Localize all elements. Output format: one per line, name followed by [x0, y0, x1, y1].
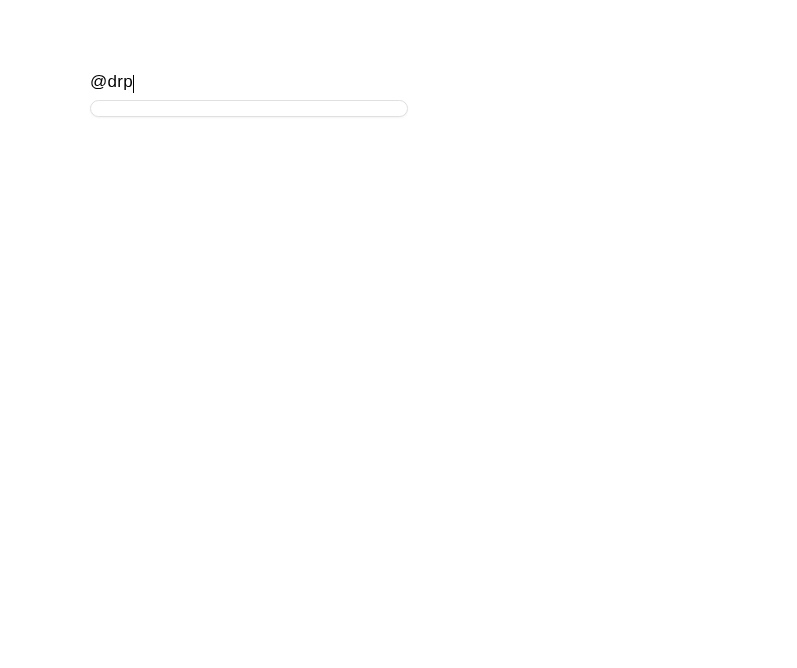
- label-text: @drp: [90, 72, 133, 91]
- field-label: @drp: [90, 72, 134, 92]
- text-cursor: [133, 75, 134, 93]
- text-input[interactable]: [90, 100, 408, 117]
